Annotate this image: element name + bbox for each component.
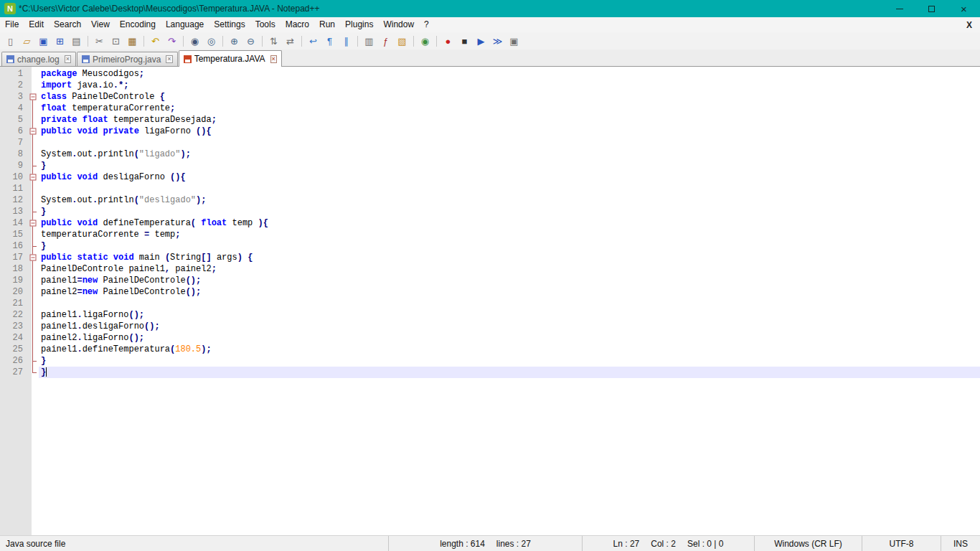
code-line-12[interactable]: 12System.out.println("desligado"); (0, 194, 980, 206)
code-line-2[interactable]: 2import java.io.*; (0, 80, 980, 91)
menu-help[interactable]: ? (419, 17, 434, 32)
code-line-15[interactable]: 15temperaturaCorrente = temp; (0, 229, 980, 240)
code-line-24[interactable]: 24painel2.ligaForno(); (0, 332, 980, 344)
zoom-in-icon[interactable]: ⊕ (227, 34, 242, 48)
start-recording-icon[interactable]: ● (440, 34, 456, 48)
function-list-icon[interactable]: ƒ (378, 34, 393, 48)
menu-settings[interactable]: Settings (209, 17, 250, 32)
document-map-icon[interactable]: ▥ (362, 34, 377, 48)
code-line-9[interactable]: 9} (0, 160, 980, 171)
code-line-20[interactable]: 20painel2=new PainelDeControle(); (0, 286, 980, 298)
status-encoding[interactable]: UTF-8 (862, 536, 941, 551)
code-line-13[interactable]: 13} (0, 206, 980, 217)
show-indent-guide-icon[interactable]: ∥ (339, 34, 354, 48)
code-line-17[interactable]: 17public static void main (String[] args… (0, 252, 980, 263)
menu-edit[interactable]: Edit (24, 17, 49, 32)
code-line-25[interactable]: 25painel1.defineTemperatura(180.5); (0, 344, 980, 355)
code-line-11[interactable]: 11 (0, 183, 980, 194)
menu-encoding[interactable]: Encoding (115, 17, 161, 32)
code-line-5[interactable]: 5private float temperaturaDesejada; (0, 114, 980, 126)
code-line-7[interactable]: 7 (0, 137, 980, 149)
code-line-6[interactable]: 6public void private ligaForno (){ (0, 126, 980, 137)
run-macro-multiple-icon[interactable]: ≫ (490, 34, 505, 48)
tab-close-icon[interactable]: × (166, 55, 172, 63)
fold-margin (27, 68, 39, 80)
fold-margin (27, 160, 39, 171)
menu-language[interactable]: Language (161, 17, 209, 32)
fold-collapse-icon[interactable] (27, 126, 39, 137)
code-line-16[interactable]: 16} (0, 240, 980, 252)
line-number: 22 (0, 309, 27, 321)
print-icon[interactable]: ▤ (69, 34, 84, 48)
code-line-14[interactable]: 14public void defineTemperatura( float t… (0, 217, 980, 229)
close-document-button[interactable]: X (958, 20, 980, 30)
fold-margin (27, 194, 39, 206)
code-line-18[interactable]: 18PainelDeControle painel1, painel2; (0, 263, 980, 275)
code-line-22[interactable]: 22painel1.ligaForno(); (0, 309, 980, 321)
editor[interactable]: 1package Meuscodigos;2import java.io.*;3… (0, 67, 980, 535)
save-icon[interactable]: ▣ (36, 34, 51, 48)
maximize-button[interactable] (915, 0, 948, 17)
code-line-8[interactable]: 8System.out.println("ligado"); (0, 149, 980, 160)
tab-label: Temperatura.JAVA (194, 54, 265, 64)
folder-as-workspace-icon[interactable]: ▧ (395, 34, 410, 48)
stop-recording-icon[interactable]: ■ (457, 34, 472, 48)
code-line-19[interactable]: 19painel1=new PainelDeControle(); (0, 275, 980, 286)
status-eol-format[interactable]: Windows (CR LF) (754, 536, 862, 551)
tab-close-icon[interactable]: × (65, 55, 71, 63)
save-recorded-macro-icon[interactable]: ▣ (507, 34, 522, 48)
code-line-26[interactable]: 26} (0, 355, 980, 367)
paste-icon[interactable]: ▦ (125, 34, 140, 48)
menu-view[interactable]: View (86, 17, 115, 32)
menu-tools[interactable]: Tools (250, 17, 281, 32)
tab-close-icon[interactable]: × (270, 55, 277, 63)
status-bar: Java source file length : 614 lines : 27… (0, 535, 980, 551)
monitoring-icon[interactable]: ◉ (418, 34, 433, 48)
replace-icon[interactable]: ◎ (204, 34, 219, 48)
redo-icon[interactable]: ↷ (164, 34, 179, 48)
close-button[interactable]: × (948, 0, 980, 17)
toolbar-separator (301, 36, 302, 47)
code-line-3[interactable]: 3class PainelDeControle { (0, 91, 980, 103)
tab-primeiroprog-java[interactable]: PrimeiroProg.java× (77, 52, 178, 66)
code-area[interactable]: 1package Meuscodigos;2import java.io.*;3… (0, 67, 980, 378)
menu-window[interactable]: Window (378, 17, 419, 32)
code-line-10[interactable]: 10public void desligaForno (){ (0, 171, 980, 183)
save-all-icon[interactable]: ⊞ (52, 34, 67, 48)
line-number: 26 (0, 355, 27, 367)
code-line-1[interactable]: 1package Meuscodigos; (0, 68, 980, 80)
tab-change-log[interactable]: change.log× (1, 52, 76, 66)
code-line-21[interactable]: 21 (0, 298, 980, 309)
menu-run[interactable]: Run (314, 17, 340, 32)
fold-collapse-icon[interactable] (27, 171, 39, 183)
playback-macro-icon[interactable]: ▶ (473, 34, 489, 48)
menu-search[interactable]: Search (49, 17, 86, 32)
code-text: System.out.println("desligado"); (39, 194, 980, 206)
fold-collapse-icon[interactable] (27, 91, 39, 103)
fold-collapse-icon[interactable] (27, 252, 39, 263)
tab-temperatura-java[interactable]: Temperatura.JAVA× (179, 50, 282, 67)
word-wrap-icon[interactable]: ↩ (306, 34, 321, 48)
cut-icon[interactable]: ✂ (92, 34, 107, 48)
minimize-button[interactable] (883, 0, 915, 17)
menu-macro[interactable]: Macro (281, 17, 314, 32)
code-line-27[interactable]: 27} (0, 367, 980, 378)
sync-horizontal-scroll-icon[interactable]: ⇄ (283, 34, 298, 48)
open-file-icon[interactable]: ▱ (19, 34, 34, 48)
show-all-characters-icon[interactable]: ¶ (322, 34, 337, 48)
menu-plugins[interactable]: Plugins (340, 17, 378, 32)
sync-vertical-scroll-icon[interactable]: ⇅ (266, 34, 281, 48)
find-icon[interactable]: ◉ (187, 34, 202, 48)
code-line-4[interactable]: 4float temperaturaCorrente; (0, 103, 980, 114)
copy-icon[interactable]: ⊡ (108, 34, 123, 48)
code-line-23[interactable]: 23painel1.desligaForno(); (0, 321, 980, 332)
new-file-icon[interactable]: ▯ (3, 34, 18, 48)
undo-icon[interactable]: ↶ (148, 34, 163, 48)
line-number: 6 (0, 126, 27, 137)
fold-collapse-icon[interactable] (27, 217, 39, 229)
menu-file[interactable]: File (0, 17, 24, 32)
unsaved-file-icon (184, 55, 192, 63)
zoom-out-icon[interactable]: ⊖ (243, 34, 258, 48)
status-insert-mode[interactable]: INS (941, 536, 980, 551)
line-number: 14 (0, 217, 27, 229)
